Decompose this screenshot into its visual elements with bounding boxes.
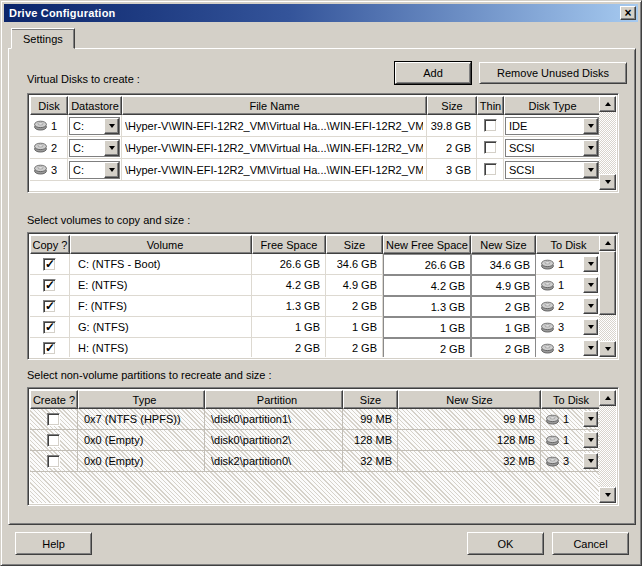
column-header-copy[interactable]: Copy ? — [30, 235, 70, 254]
dropdown-button[interactable] — [583, 162, 598, 178]
disk-number: 1 — [51, 120, 57, 132]
dropdown-button[interactable] — [104, 162, 119, 178]
vertical-scrollbar[interactable] — [599, 390, 616, 503]
column-header-new-free-space[interactable]: New Free Space — [383, 235, 471, 254]
scroll-up-button[interactable] — [599, 235, 616, 251]
dropdown-button[interactable] — [104, 140, 119, 156]
copy-checkbox[interactable] — [43, 342, 56, 355]
column-header-thin[interactable]: Thin — [477, 96, 504, 115]
to-disk-number: 1 — [563, 434, 569, 446]
to-disk-dropdown-button[interactable] — [583, 432, 598, 448]
close-button[interactable]: × — [620, 6, 636, 20]
disk-type-select[interactable]: IDE — [505, 117, 599, 135]
new-free-space-field[interactable]: 1.3 GB — [383, 296, 471, 317]
column-header-new-size[interactable]: New Size — [398, 390, 541, 409]
new-size-field[interactable]: 2 GB — [471, 338, 536, 357]
create-checkbox[interactable] — [47, 413, 60, 426]
datastore-select[interactable]: C: — [69, 139, 120, 157]
help-button[interactable]: Help — [15, 532, 92, 555]
create-checkbox[interactable] — [47, 434, 60, 447]
partition-type-cell: 0x0 (Empty) — [78, 451, 205, 472]
copy-checkbox[interactable] — [43, 279, 56, 292]
tab-settings[interactable]: Settings — [11, 28, 75, 49]
column-header-free-space[interactable]: Free Space — [252, 235, 326, 254]
dropdown-button[interactable] — [104, 118, 119, 134]
volume-row[interactable]: C: (NTFS - Boot) 26.6 GB 34.6 GB 26.6 GB… — [30, 254, 599, 275]
column-header-partition[interactable]: Partition — [205, 390, 343, 409]
column-header-datastore[interactable]: Datastore — [68, 96, 122, 115]
thin-checkbox[interactable] — [484, 163, 497, 176]
new-size-field[interactable]: 1 GB — [471, 317, 536, 338]
partition-type-cell: 0x7 (NTFS (HPFS)) — [78, 409, 205, 430]
chevron-down-icon — [588, 417, 594, 421]
disk-icon — [540, 322, 555, 333]
new-free-space-field[interactable]: 1 GB — [383, 317, 471, 338]
new-size-field[interactable]: 34.6 GB — [471, 254, 536, 275]
disk-type-select[interactable]: SCSI — [505, 161, 599, 179]
vertical-scrollbar[interactable] — [599, 235, 616, 357]
volumes-table: Copy ? Volume Free Space Size New Free S… — [27, 232, 619, 360]
partition-row[interactable]: 0x0 (Empty) \disk2\partition0\ 32 MB 32 … — [30, 451, 599, 472]
datastore-select[interactable]: C: — [69, 161, 120, 179]
copy-checkbox[interactable] — [43, 321, 56, 334]
disk-number: 3 — [51, 164, 57, 176]
to-disk-dropdown-button[interactable] — [583, 319, 598, 335]
new-size-field[interactable]: 2 GB — [471, 296, 536, 317]
size-cell: 1 GB — [326, 317, 383, 338]
volume-row[interactable]: H: (NTFS) 2 GB 2 GB 2 GB 2 GB 3 — [30, 338, 599, 357]
column-header-size[interactable]: Size — [343, 390, 398, 409]
to-disk-dropdown-button[interactable] — [583, 277, 598, 293]
column-header-disk-type[interactable]: Disk Type — [504, 96, 601, 115]
scroll-down-button[interactable] — [599, 487, 616, 503]
partition-row[interactable]: 0x0 (Empty) \disk0\partition2\ 128 MB 12… — [30, 430, 599, 451]
partition-row[interactable]: 0x7 (NTFS (HPFS)) \disk0\partition1\ 99 … — [30, 409, 599, 430]
new-free-space-field[interactable]: 26.6 GB — [383, 254, 471, 275]
column-header-new-size[interactable]: New Size — [471, 235, 536, 254]
vertical-scrollbar[interactable] — [599, 96, 616, 190]
scroll-down-button[interactable] — [599, 174, 616, 190]
create-checkbox[interactable] — [47, 455, 60, 468]
new-free-space-field[interactable]: 4.2 GB — [383, 275, 471, 296]
column-header-size[interactable]: Size — [427, 96, 477, 115]
cancel-button[interactable]: Cancel — [552, 532, 629, 555]
ok-button[interactable]: OK — [467, 532, 544, 555]
column-header-volume[interactable]: Volume — [70, 235, 252, 254]
to-disk-dropdown-button[interactable] — [583, 256, 598, 272]
column-header-create[interactable]: Create ? — [30, 390, 78, 409]
disk-type-select[interactable]: SCSI — [505, 139, 599, 157]
copy-checkbox[interactable] — [43, 300, 56, 313]
to-disk-dropdown-button[interactable] — [583, 340, 598, 356]
to-disk-dropdown-button[interactable] — [583, 453, 598, 469]
column-header-to-disk[interactable]: To Disk — [536, 235, 601, 254]
virtual-disk-row[interactable]: 2 C: \Hyper-V\WIN-EFI-12R2_VM\Virtual Ha… — [30, 137, 599, 159]
disk-number-cell: 3 — [30, 159, 68, 181]
scrollbar-thumb[interactable] — [599, 251, 616, 315]
column-header-disk[interactable]: Disk — [30, 96, 68, 115]
scroll-up-button[interactable] — [599, 96, 616, 112]
new-size-field[interactable]: 4.9 GB — [471, 275, 536, 296]
to-disk-dropdown-button[interactable] — [583, 298, 598, 314]
volume-row[interactable]: G: (NTFS) 1 GB 1 GB 1 GB 1 GB 3 — [30, 317, 599, 338]
add-button[interactable]: Add — [395, 62, 471, 84]
column-header-size[interactable]: Size — [326, 235, 383, 254]
volume-row[interactable]: F: (NTFS) 1.3 GB 2 GB 1.3 GB 2 GB 2 — [30, 296, 599, 317]
scroll-down-button[interactable] — [599, 341, 616, 357]
column-header-to-disk[interactable]: To Disk — [541, 390, 601, 409]
titlebar[interactable]: Drive Configuration × — [4, 4, 638, 22]
volume-row[interactable]: E: (NTFS) 4.2 GB 4.9 GB 4.2 GB 4.9 GB 1 — [30, 275, 599, 296]
virtual-disk-row[interactable]: 3 C: \Hyper-V\WIN-EFI-12R2_VM\Virtual Ha… — [30, 159, 599, 181]
size-cell: 99 MB — [343, 409, 398, 430]
datastore-select[interactable]: C: — [69, 117, 120, 135]
virtual-disk-row[interactable]: 1 C: \Hyper-V\WIN-EFI-12R2_VM\Virtual Ha… — [30, 115, 599, 137]
remove-unused-disks-button[interactable]: Remove Unused Disks — [479, 62, 627, 84]
thin-checkbox[interactable] — [484, 141, 497, 154]
scroll-up-button[interactable] — [599, 390, 616, 406]
dropdown-button[interactable] — [583, 140, 598, 156]
dropdown-button[interactable] — [583, 118, 598, 134]
column-header-file-name[interactable]: File Name — [122, 96, 427, 115]
column-header-type[interactable]: Type — [78, 390, 205, 409]
new-free-space-field[interactable]: 2 GB — [383, 338, 471, 357]
thin-checkbox[interactable] — [484, 119, 497, 132]
to-disk-dropdown-button[interactable] — [583, 411, 598, 427]
copy-checkbox[interactable] — [43, 258, 56, 271]
